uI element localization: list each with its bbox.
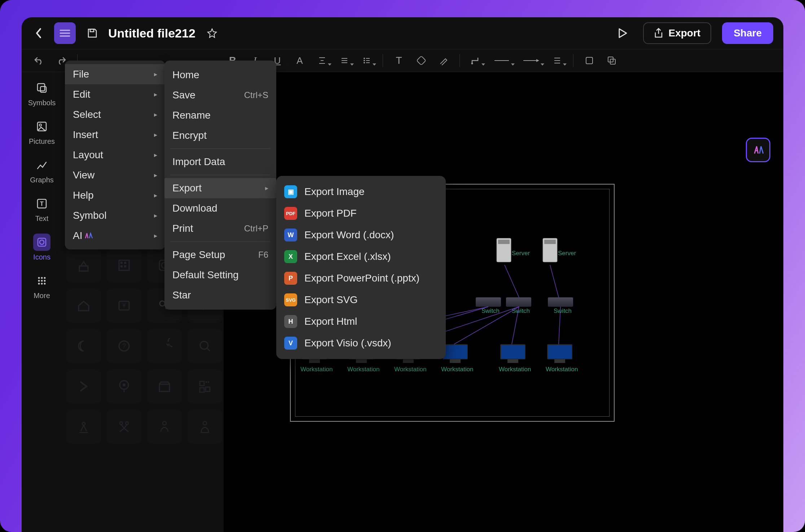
sidebar-item-symbols[interactable]: Symbols [27,79,56,107]
text-tool-button[interactable]: T [389,52,409,69]
palette-icon[interactable] [147,369,182,404]
node-label: Server [558,250,576,257]
fill-color-button[interactable] [411,52,431,69]
switch-node[interactable] [506,297,531,307]
sidebar-item-graphs[interactable]: Graphs [27,156,56,184]
export-pdf[interactable]: PDFExport PDF [276,203,446,224]
menu-item-layout[interactable]: Layout▸ [65,145,165,165]
pdf-file-icon: PDF [284,207,297,220]
menu-item-file[interactable]: File▸ [65,64,165,84]
ai-assistant-button[interactable] [746,138,770,162]
palette-icon[interactable] [188,409,222,444]
palette-icon[interactable] [147,409,182,444]
palette-icon[interactable] [188,329,222,363]
svg-point-59 [200,341,208,349]
menu-divider [170,241,270,242]
svg-point-33 [40,240,44,244]
palette-icon[interactable] [107,369,141,404]
palette-icon[interactable] [66,369,101,404]
submenu-default-setting[interactable]: Default Setting [164,265,276,285]
export-image[interactable]: ▣Export Image [276,181,446,203]
connector-button[interactable] [466,52,486,69]
save-icon[interactable] [84,22,101,44]
submenu-home[interactable]: Home [164,65,276,85]
svg-rect-67 [200,388,204,392]
svg-rect-68 [206,387,210,391]
visio-file-icon: V [284,337,297,350]
spacing-button[interactable] [547,52,567,69]
svg-point-70 [120,422,123,425]
export-powerpoint[interactable]: PExport PowerPoint (.pptx) [276,267,446,289]
palette-icon[interactable] [66,329,101,363]
palette-icon[interactable] [107,248,141,283]
submenu-star[interactable]: Star [164,285,276,305]
pen-tool-button[interactable] [434,52,454,69]
submenu-export[interactable]: Export▸ [164,178,276,198]
document-title[interactable]: Untitled file212 [108,26,195,40]
text-align-vertical-button[interactable] [312,52,332,69]
chevron-right-icon: ▸ [154,70,157,78]
menu-item-symbol[interactable]: Symbol▸ [65,205,165,226]
export-button[interactable]: Export [643,22,711,44]
palette-icon[interactable] [107,409,141,444]
menu-item-ai[interactable]: AI▸ [65,226,165,246]
sidebar-item-more[interactable]: More [27,272,56,300]
svg-line-79 [550,265,559,297]
svg-file-icon: SVG [284,293,297,306]
workstation-node[interactable] [500,344,525,364]
text-align-button[interactable] [334,52,355,69]
palette-icon[interactable] [66,248,101,283]
menu-item-help[interactable]: Help▸ [65,185,165,205]
chevron-right-icon: ▸ [154,131,157,139]
share-button[interactable]: Share [722,22,773,44]
sidebar-item-pictures[interactable]: Pictures [27,118,56,146]
palette-icon[interactable] [147,329,182,363]
back-button[interactable] [28,22,50,44]
export-button-label: Export [668,27,700,39]
chevron-right-icon: ▸ [154,90,157,98]
sidebar-item-text[interactable]: T Text [27,195,56,223]
svg-text:?: ? [122,342,126,350]
export-visio[interactable]: VExport Visio (.vsdx) [276,332,446,354]
submenu-rename[interactable]: Rename [164,105,276,125]
submenu-encrypt[interactable]: Encrypt [164,125,276,146]
switch-node[interactable] [548,297,573,307]
palette-icon[interactable]: ? [107,329,141,363]
palette-icon[interactable]: ¥ [107,288,141,323]
workstation-node[interactable] [547,344,572,364]
export-svg[interactable]: SVGExport SVG [276,289,446,311]
arrow-style-button[interactable] [518,52,545,69]
workstation-node[interactable] [443,344,468,364]
sidebar-item-icons[interactable]: Icons [27,234,56,261]
sidebar-label: Text [35,214,49,223]
palette-icon[interactable] [188,369,222,404]
layers-button[interactable] [602,52,622,69]
menu-item-insert[interactable]: Insert▸ [65,125,165,145]
font-color-button[interactable]: A [290,52,310,69]
export-excel[interactable]: XExport Excel (.xlsx) [276,246,446,267]
menu-item-select[interactable]: Select▸ [65,105,165,125]
line-style-button[interactable] [488,52,515,69]
submenu-save[interactable]: SaveCtrl+S [164,85,276,105]
submenu-import-data[interactable]: Import Data [164,152,276,172]
submenu-download[interactable]: Download [164,198,276,218]
play-button[interactable] [613,24,632,43]
palette-icon[interactable] [66,409,101,444]
submenu-print[interactable]: PrintCtrl+P [164,218,276,239]
svg-rect-75 [498,240,510,244]
switch-node[interactable] [476,297,501,307]
menu-item-view[interactable]: View▸ [65,165,165,185]
submenu-page-setup[interactable]: Page SetupF6 [164,245,276,265]
palette-icon[interactable] [66,288,101,323]
export-word[interactable]: WExport Word (.docx) [276,224,446,246]
menu-item-edit[interactable]: Edit▸ [65,84,165,105]
hamburger-menu-button[interactable] [54,22,76,44]
undo-button[interactable] [29,52,49,69]
export-html[interactable]: HExport Html [276,311,446,332]
symbols-icon [33,79,50,97]
chevron-right-icon: ▸ [154,232,157,240]
favorite-star-button[interactable] [203,25,221,42]
list-button[interactable] [357,52,377,69]
menu-divider [170,175,270,175]
frame-button[interactable] [579,52,599,69]
